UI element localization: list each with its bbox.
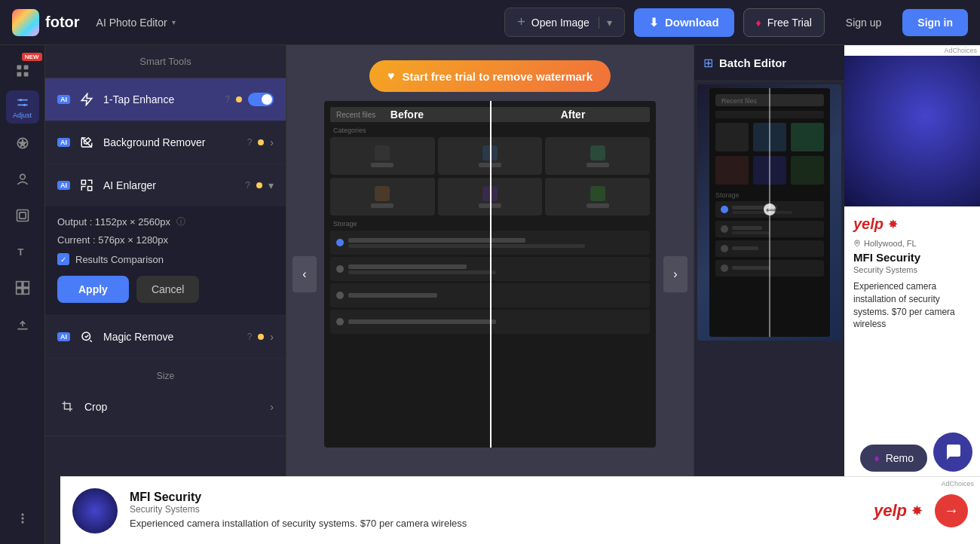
magic-remove-name: Magic Remove (103, 331, 241, 343)
svg-point-9 (20, 174, 25, 179)
ad-company: MFI Security (853, 251, 971, 264)
ai-badge-enhance: AI (57, 95, 70, 104)
svg-rect-43 (732, 231, 770, 234)
svg-point-22 (82, 332, 90, 341)
svg-rect-11 (19, 212, 25, 219)
bottom-ad-content: MFI Security Security Systems Experience… (130, 491, 862, 530)
ai-editor-button[interactable]: AI Photo Editor ▾ (89, 12, 183, 33)
bottom-ad-arrow-button[interactable]: → (935, 494, 968, 527)
current-size-label: Current : 576px × 1280px (57, 234, 168, 246)
svg-rect-42 (732, 226, 762, 230)
adjust-label: Adjust (13, 112, 32, 119)
canvas-prev-button[interactable]: ‹ (292, 256, 317, 292)
svg-point-53 (856, 242, 859, 244)
svg-rect-21 (88, 187, 92, 191)
open-image-label: Open Image (531, 17, 590, 29)
open-image-button[interactable]: + Open Image ▾ (504, 8, 625, 37)
bottom-yelp: yelp ✸ (874, 501, 923, 521)
bg-remover-dot (258, 139, 264, 145)
sidebar-icon-apps: NEW (6, 54, 39, 87)
remo-button[interactable]: ♦ Remo (860, 445, 927, 472)
download-button[interactable]: ⬇ Download (634, 8, 734, 37)
right-panel: ⊞ Batch Editor Recent files (694, 45, 844, 544)
svg-rect-49 (732, 266, 770, 270)
enhance-help-icon[interactable]: ? (225, 94, 230, 105)
diamond-icon: ♦ (756, 17, 761, 29)
enhance-dot (236, 96, 242, 102)
size-title: Size (57, 371, 274, 381)
crop-label: Crop (84, 401, 264, 413)
svg-point-6 (19, 99, 21, 101)
sidebar-icon-more[interactable] (6, 502, 39, 535)
enlarger-help-icon[interactable]: ? (245, 180, 250, 191)
svg-rect-31 (791, 123, 824, 151)
tools-header: Smart Tools (45, 45, 286, 78)
bg-remover-name: Background Remover (103, 136, 241, 148)
watermark-bar[interactable]: ♥ Start free trial to remove watermark (369, 60, 611, 92)
signup-button[interactable]: Sign up (834, 9, 893, 36)
download-icon: ⬇ (649, 16, 659, 29)
sidebar-icon-adjust[interactable]: Adjust (6, 90, 39, 124)
sidebar-icon-effects[interactable] (6, 127, 39, 160)
svg-rect-13 (16, 282, 22, 288)
before-after-divider[interactable] (490, 101, 492, 448)
magic-remove-help-icon[interactable]: ? (247, 332, 253, 342)
sidebar-icon-upload[interactable] (6, 307, 39, 341)
crop-row[interactable]: Crop › (57, 390, 274, 423)
tool-enlarger: AI AI Enlarger ? ▾ Output : 1152px × 256… (45, 164, 286, 316)
svg-rect-15 (16, 289, 22, 295)
svg-point-18 (21, 517, 23, 519)
canvas-next-button[interactable]: › (663, 256, 688, 292)
bg-remover-help-icon[interactable]: ? (247, 137, 253, 148)
free-trial-button[interactable]: ♦ Free Trial (743, 8, 825, 37)
tool-enlarger-header[interactable]: AI AI Enlarger ? ▾ (45, 164, 286, 206)
chat-bubble-button[interactable] (933, 432, 972, 472)
ad-choices-label: AdChoices (844, 45, 980, 56)
signup-label: Sign up (846, 17, 881, 29)
apply-cancel-row: Apply Cancel (57, 276, 274, 303)
crop-arrow-icon: › (270, 401, 274, 413)
output-size-label: Output : 1152px × 2560px (57, 216, 170, 228)
batch-editor-header: ⊞ Batch Editor (694, 45, 844, 81)
after-label: After (490, 108, 656, 121)
logo-icon (12, 9, 39, 36)
output-size-row: Output : 1152px × 2560px ⓘ (57, 215, 274, 228)
tool-magic-remove: AI Magic Remove ? › (45, 316, 286, 359)
sidebar-icon-text[interactable]: T (6, 235, 39, 268)
svg-point-37 (721, 206, 728, 213)
signin-button[interactable]: Sign in (902, 9, 968, 36)
sidebar-icon-collage[interactable] (6, 271, 39, 304)
sidebar-icon-beauty[interactable] (6, 163, 39, 196)
chevron-down-icon: ▾ (172, 18, 176, 26)
enlarger-content: Output : 1152px × 2560px ⓘ Current : 576… (45, 206, 286, 315)
svg-rect-34 (791, 156, 824, 185)
enlarger-name: AI Enlarger (103, 179, 239, 191)
bottom-ad-category: Security Systems (130, 504, 862, 515)
svg-rect-32 (715, 156, 749, 185)
results-comparison-checkbox[interactable]: ✓ (57, 253, 69, 265)
tool-enhance-header[interactable]: AI 1-Tap Enhance ? (45, 78, 286, 121)
results-comparison-label: Results Comparison (75, 254, 164, 265)
dropdown-arrow-icon[interactable]: ▾ (599, 17, 612, 29)
bottom-yelp-text: yelp (874, 501, 907, 521)
bottom-ad-image (72, 488, 118, 533)
svg-text:T: T (17, 246, 23, 258)
bottom-ad-bar: MFI Security Security Systems Experience… (60, 476, 980, 544)
apply-button[interactable]: Apply (57, 276, 129, 303)
results-comparison-row: ✓ Results Comparison (57, 253, 274, 265)
svg-text:⟺: ⟺ (766, 206, 776, 214)
image-container: Before After Recent files Categories (324, 101, 656, 448)
tool-magic-remove-header[interactable]: AI Magic Remove ? › (45, 316, 286, 358)
enhance-toggle[interactable] (248, 93, 274, 106)
svg-rect-3 (23, 72, 28, 77)
cancel-button[interactable]: Cancel (136, 276, 200, 303)
tools-header-label: Smart Tools (139, 56, 191, 67)
output-info-icon[interactable]: ⓘ (176, 215, 185, 228)
download-label: Download (665, 16, 719, 29)
tool-bg-remover-header[interactable]: AI Background Remover ? › (45, 121, 286, 164)
sidebar-icon-frames[interactable] (6, 199, 39, 232)
bottom-ad-choices: AdChoices (941, 480, 974, 487)
current-size-row: Current : 576px × 1280px (57, 234, 274, 246)
bottom-yelp-burst-icon: ✸ (911, 503, 923, 519)
enhance-name: 1-Tap Enhance (103, 93, 219, 105)
